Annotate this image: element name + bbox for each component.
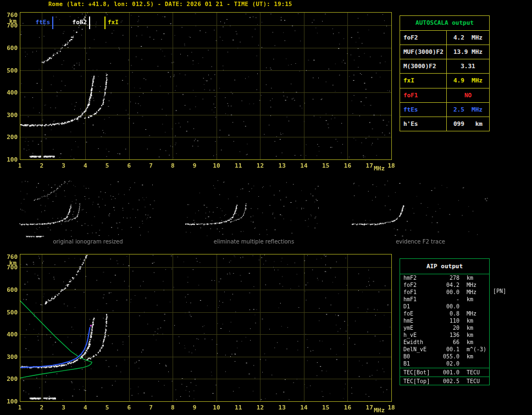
autoscala-row: foF24.2 MHz xyxy=(400,31,489,45)
aip-row: hmE110km xyxy=(400,317,489,324)
autoscala-row: fxI4.9 MHz xyxy=(400,74,489,88)
aip-row: ymE20km xyxy=(400,324,489,331)
autoscala-row-label: ftEs xyxy=(400,103,447,117)
aip-row-unit: km xyxy=(459,332,473,338)
aip-row-label: h_vE xyxy=(400,332,440,338)
aip-row: B0055.0km xyxy=(400,353,489,360)
aip-separator xyxy=(400,368,489,368)
aip-row-unit: MHz xyxy=(459,282,476,288)
aip-row: hmF1-km xyxy=(400,296,489,303)
autoscala-row-value: 3.31 xyxy=(447,59,489,73)
aip-row-unit: MHz xyxy=(459,311,476,317)
autoscala-row-label: foF2 xyxy=(400,31,447,45)
bottom-ionogram-plot xyxy=(20,254,391,401)
aip-row: hmF2278km xyxy=(400,274,489,281)
autoscala-row: MUF(3000)F213.9 MHz xyxy=(400,45,489,59)
aip-row-label: Ewidth xyxy=(400,339,440,345)
autoscala-row-label: MUF(3000)F2 xyxy=(400,45,447,59)
aip-row-unit: MHz xyxy=(459,289,476,295)
autoscala-row: M(3000)F23.31 xyxy=(400,59,489,74)
aip-row-label: ymE xyxy=(400,325,440,331)
aip-row-label: hmF2 xyxy=(400,275,440,281)
aip-row-unit: TECU xyxy=(459,369,480,375)
aip-row-value: 002.5 xyxy=(440,378,459,384)
aip-row-value: 20 xyxy=(440,325,459,331)
mini-panel-1-plot xyxy=(19,180,157,237)
aip-row-unit: km xyxy=(459,353,473,359)
aip-table-header: AIP output xyxy=(400,259,489,274)
aip-row-value: 04.2 xyxy=(440,282,459,288)
aip-separator xyxy=(400,377,489,377)
aip-row-label: TEC[Bot] xyxy=(400,369,440,375)
aip-row-label: foF2 xyxy=(400,282,440,288)
autoscala-output-table: AUTOSCALA output foF24.2 MHzMUF(3000)F21… xyxy=(400,15,490,131)
aip-row-label: B1 xyxy=(400,361,440,367)
aip-row: foF100.0MHz[PN] xyxy=(400,289,489,296)
aip-row-value: - xyxy=(440,296,459,302)
autoscala-row-value: 4.9 MHz xyxy=(447,74,489,87)
autoscala-table-rows: foF24.2 MHzMUF(3000)F213.9 MHzM(3000)F23… xyxy=(400,31,489,131)
autoscala-row-label: foF1 xyxy=(400,88,447,102)
autoscala-row-value: 13.9 MHz xyxy=(447,45,489,59)
panel-caption: evidence F2 trace xyxy=(352,239,489,245)
aip-row-label: B0 xyxy=(400,353,440,359)
autoscala-row-label: M(3000)F2 xyxy=(400,59,447,73)
aip-row-value: 136 xyxy=(440,332,459,338)
autoscala-row: foF1NO xyxy=(400,88,489,103)
aip-row: foF204.2MHz xyxy=(400,281,489,289)
autoscala-table-header: AUTOSCALA output xyxy=(400,16,489,31)
aip-row-label: foF1 xyxy=(400,289,440,295)
autoscala-row-value: 2.5 MHz xyxy=(447,103,489,117)
aip-output-table: AIP output hmF2278kmfoF204.2MHzfoF100.0M… xyxy=(400,258,490,385)
aip-row: B102.0 xyxy=(400,360,489,367)
mini-panel-2-plot xyxy=(185,180,323,237)
aip-row-label: hmE xyxy=(400,318,440,324)
aip-row-unit: TECU xyxy=(459,378,480,384)
aip-row-unit: km xyxy=(459,275,473,281)
aip-row: TEC[Bot]001.0TECU xyxy=(400,369,489,376)
aip-row-value: 110 xyxy=(440,318,459,324)
aip-row-value: 001.0 xyxy=(440,369,459,375)
panel-caption: eliminate multiple reflections xyxy=(185,239,323,245)
aip-row-unit: km xyxy=(459,296,473,302)
aip-row: DelN_vE00.1m^(-3) xyxy=(400,346,489,353)
autoscala-row-label: h'Es xyxy=(400,117,447,131)
aip-row: TEC[Top]002.5TECU xyxy=(400,378,489,385)
aip-row-label: foE xyxy=(400,311,440,317)
aip-row-value: 00.0 xyxy=(440,303,459,309)
aip-row-value: 66 xyxy=(440,339,459,345)
top-ionogram-plot xyxy=(20,12,391,159)
aip-row-label: hmF1 xyxy=(400,296,440,302)
autoscala-row-value: NO xyxy=(447,88,489,102)
aip-row-value: 0.8 xyxy=(440,311,459,317)
autoscala-row: ftEs2.5 MHz xyxy=(400,103,489,117)
aip-row-unit: km xyxy=(459,325,473,331)
aip-row-value: 278 xyxy=(440,275,459,281)
aip-row-unit: km xyxy=(459,318,473,324)
aip-table-rows: hmF2278kmfoF204.2MHzfoF100.0MHz[PN]hmF1-… xyxy=(400,274,489,385)
aip-row-label: TEC[Top] xyxy=(400,378,440,384)
autoscala-row-value: 4.2 MHz xyxy=(447,31,489,45)
station-title: Rome (lat: +41.8, lon: 012.5) - DATE: 20… xyxy=(48,1,292,7)
aip-row: Ewidth66km xyxy=(400,339,489,346)
autoscala-row-value: 099 km xyxy=(447,117,489,131)
aip-row-unit: m^(-3) xyxy=(459,346,486,352)
aip-row: D100.0 xyxy=(400,303,489,310)
aip-row-value: 055.0 xyxy=(440,353,459,359)
aip-row: foE0.8MHz xyxy=(400,310,489,317)
aip-row-value: 00.0 xyxy=(440,289,459,295)
autoscala-row: h'Es099 km xyxy=(400,117,489,131)
aip-row: h_vE136km xyxy=(400,331,489,339)
aip-row-flag: [PN] xyxy=(493,288,506,294)
aip-row-label: DelN_vE xyxy=(400,346,440,352)
panel-caption: original ionogram resized xyxy=(19,239,157,245)
mini-panel-3-plot xyxy=(352,180,489,237)
autoscala-row-label: fxI xyxy=(400,74,447,87)
aip-row-unit: km xyxy=(459,339,473,345)
aip-row-value: 02.0 xyxy=(440,361,459,367)
aip-row-label: D1 xyxy=(400,303,440,309)
aip-row-value: 00.1 xyxy=(440,346,459,352)
